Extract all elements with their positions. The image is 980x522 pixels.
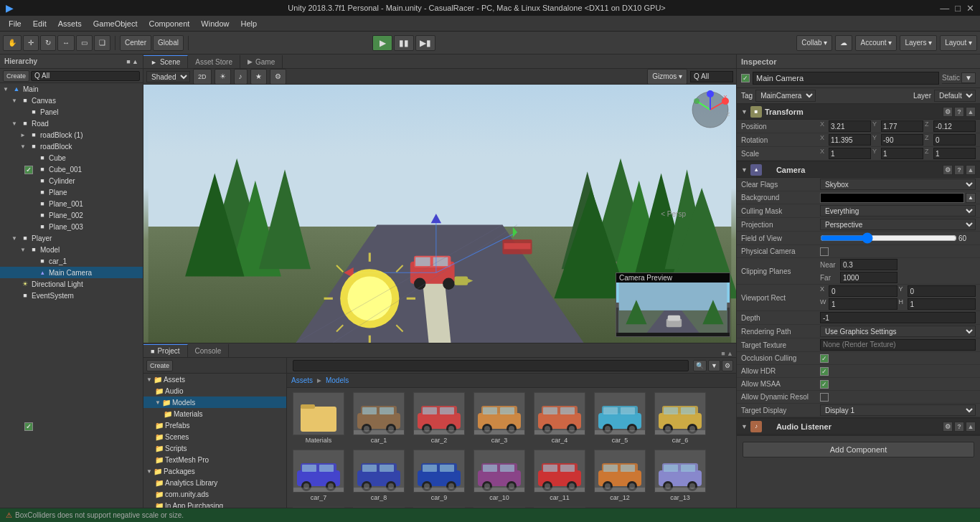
dynres-checkbox[interactable]	[820, 393, 829, 402]
vp-h-input[interactable]	[908, 298, 976, 310]
rot-z-input[interactable]	[933, 134, 976, 146]
audio-info-btn[interactable]: ?	[954, 422, 964, 432]
asset-car_16[interactable]: car_16	[410, 506, 468, 508]
asset-car_6[interactable]: car_6	[651, 391, 709, 445]
ptree-scripts[interactable]: 📁 Scripts	[143, 442, 286, 454]
play-btn[interactable]: ▶	[372, 35, 392, 51]
vp-w-input[interactable]	[829, 298, 897, 310]
ptree-packages[interactable]: ▼ 📁 Packages	[143, 465, 286, 477]
camera-info-btn[interactable]: ?	[954, 165, 964, 175]
pos-y-input[interactable]	[881, 120, 923, 132]
asset-car_15[interactable]: car_15	[350, 506, 407, 508]
transform-info-btn[interactable]: ?	[954, 107, 964, 117]
asset-car_12[interactable]: car_12	[591, 448, 649, 503]
tree-item-canvas[interactable]: ▼ ■ Canvas	[0, 95, 143, 106]
projection-select[interactable]: Perspective	[820, 219, 976, 230]
asset-car_13[interactable]: car_13	[651, 448, 709, 503]
pos-x-input[interactable]	[829, 120, 871, 132]
tree-item-eventsystem[interactable]: ■ EventSystem	[0, 290, 143, 301]
targetdisplay-select[interactable]: Display 1	[820, 404, 976, 416]
renderpath-select[interactable]: Use Graphics Settings	[820, 326, 976, 337]
tag-select[interactable]: MainCamera	[755, 90, 816, 102]
tab-console[interactable]: Console	[188, 344, 230, 357]
ptree-materials[interactable]: 📁 Materials	[143, 408, 286, 419]
rot-y-input[interactable]	[881, 134, 923, 146]
transform-header[interactable]: ▼ ■ Transform ⚙ ? ▲	[737, 104, 980, 120]
hierarchy-search[interactable]	[31, 71, 140, 81]
static-dropdown-btn[interactable]: ▼	[961, 72, 976, 83]
camera-comp-header[interactable]: ▼ ▴ ✓ Camera ⚙ ? ▲	[737, 162, 980, 178]
rotate-tool[interactable]: ↻	[40, 35, 56, 51]
center-pivot-btn[interactable]: Center	[120, 35, 151, 51]
vp-x-input[interactable]	[829, 285, 897, 297]
breadcrumb-models[interactable]: Models	[326, 376, 349, 384]
transform-settings-btn[interactable]: ⚙	[943, 107, 953, 117]
tree-item-plane003[interactable]: ■ Plane_003	[0, 221, 143, 232]
project-create-btn[interactable]: Create	[146, 360, 173, 371]
physicalcamera-checkbox[interactable]	[820, 247, 829, 256]
scale-z-input[interactable]	[933, 148, 976, 159]
transform-tool[interactable]: ❏	[94, 35, 110, 51]
scale-y-input[interactable]	[881, 148, 923, 159]
asset-roadBlock[interactable]: roadBlock	[531, 506, 588, 508]
account-dropdown[interactable]: Account ▾	[855, 35, 897, 51]
tree-item-dirlight[interactable]: ☀ Directional Light	[0, 278, 143, 290]
asset-car_5[interactable]: car_5	[591, 391, 649, 445]
background-picker-btn[interactable]: ▲	[966, 193, 976, 203]
menu-help[interactable]: Help	[235, 18, 263, 29]
global-local-btn[interactable]: Global	[153, 35, 184, 51]
tab-assetstore[interactable]: Asset Store	[188, 55, 240, 68]
audiolistener-header[interactable]: ▼ ♪ ✓ Audio Listener ⚙ ? ▲	[737, 419, 980, 435]
tab-scene[interactable]: ► Scene	[143, 55, 188, 68]
audio-btn[interactable]: ♪	[234, 69, 248, 85]
tree-item-roadblock1[interactable]: ► ■ roadBlock (1)	[0, 129, 143, 141]
window-controls[interactable]: — □ ✕	[940, 3, 974, 14]
asset-car_3[interactable]: car_3	[471, 391, 528, 445]
menu-file[interactable]: File	[3, 18, 27, 29]
background-color-swatch[interactable]	[820, 193, 964, 203]
pos-z-input[interactable]	[933, 120, 976, 132]
transform-expand-btn[interactable]: ▲	[966, 107, 976, 117]
object-name-input[interactable]	[753, 72, 939, 85]
tree-item-model[interactable]: ▼ ■ Model	[0, 244, 143, 255]
minimize-btn[interactable]: —	[940, 3, 949, 14]
menu-component[interactable]: Component	[143, 18, 195, 29]
hdr-checkbox[interactable]: ✓	[820, 367, 829, 376]
asset-car_7[interactable]: car_7	[290, 448, 347, 503]
occlusion-checkbox[interactable]: ✓	[820, 354, 829, 363]
assets-search[interactable]	[293, 360, 689, 371]
tree-item-roadblock[interactable]: ▼ ■ roadBlock	[0, 141, 143, 152]
tab-game[interactable]: ▶ Game	[240, 55, 283, 68]
rot-x-input[interactable]	[829, 134, 871, 146]
assets-filter-btn[interactable]: ▼	[708, 360, 720, 371]
camera-settings-btn[interactable]: ⚙	[943, 165, 953, 175]
depth-input[interactable]	[820, 312, 976, 323]
ptree-iap[interactable]: 📁 In App Purchasing	[143, 500, 286, 508]
scale-x-input[interactable]	[829, 148, 871, 159]
layers-dropdown[interactable]: Layers ▾	[900, 35, 937, 51]
targettexture-obj[interactable]: None (Render Texture)	[820, 339, 976, 351]
layer-select[interactable]: Default	[934, 90, 976, 102]
menu-gameobject[interactable]: GameObject	[88, 18, 143, 29]
layout-dropdown[interactable]: Layout ▾	[940, 35, 977, 51]
scene-settings-btn[interactable]: ⚙	[270, 69, 286, 85]
cloud-btn[interactable]: ☁	[835, 35, 852, 51]
ptree-prefabs[interactable]: 📁 Prefabs	[143, 419, 286, 431]
tree-item-main[interactable]: ▼ ▲ Main	[0, 83, 143, 95]
tree-item-plane002[interactable]: ■ Plane_002	[0, 209, 143, 221]
ptree-assets[interactable]: ▼ 📁 Assets	[143, 374, 286, 385]
close-btn[interactable]: ✕	[966, 3, 974, 14]
tree-item-road[interactable]: ▼ ■ Road	[0, 118, 143, 129]
hierarchy-create-btn[interactable]: Create	[3, 70, 29, 82]
menu-edit[interactable]: Edit	[27, 18, 52, 29]
tree-item-maincamera[interactable]: ▴ Main Camera	[0, 267, 143, 278]
tree-item-cylinder[interactable]: ■ Cylinder	[0, 175, 143, 186]
hand-tool[interactable]: ✋	[3, 35, 22, 51]
ptree-audio[interactable]: 📁 Audio	[143, 385, 286, 397]
asset-car_11[interactable]: car_11	[531, 448, 588, 503]
lighting-btn[interactable]: ☀	[215, 69, 231, 85]
clearflags-select[interactable]: Skybox	[820, 179, 976, 190]
maximize-btn[interactable]: □	[955, 3, 961, 14]
add-component-button[interactable]: Add Component	[743, 442, 974, 457]
menu-assets[interactable]: Assets	[52, 18, 88, 29]
